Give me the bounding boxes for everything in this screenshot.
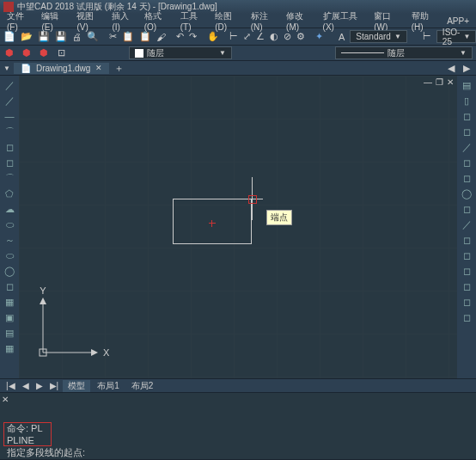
- menu-window[interactable]: 窗口(W): [370, 10, 406, 32]
- tool-r15-icon[interactable]: ◻: [461, 311, 473, 323]
- menu-tools[interactable]: 工具(T): [177, 10, 210, 32]
- menu-insert[interactable]: 插入(I): [108, 10, 138, 32]
- xline-icon[interactable]: ／: [3, 95, 15, 107]
- menu-ext[interactable]: 扩展工具(X): [320, 10, 369, 32]
- menu-app[interactable]: APP+: [443, 16, 473, 26]
- tab-nav-left-icon[interactable]: ◀: [445, 62, 457, 74]
- copy2-icon[interactable]: ▯: [461, 95, 473, 107]
- tool16-icon[interactable]: ▤: [3, 327, 15, 339]
- linetype-select[interactable]: 随层▼: [335, 46, 473, 59]
- document-tabs: ▼ 📄 Drawing1.dwg ✕ ＋ ◀ ▶: [0, 60, 476, 76]
- ellipse-icon[interactable]: ⬭: [3, 218, 15, 230]
- doc-icon: 📄: [21, 64, 31, 73]
- copy-icon[interactable]: 📋: [122, 31, 134, 43]
- dimrad-icon[interactable]: ◐: [270, 31, 278, 43]
- menu-modify[interactable]: 修改(M): [283, 10, 318, 32]
- offset-icon[interactable]: ◻: [461, 126, 473, 138]
- tab-layout1[interactable]: 布局1: [92, 380, 125, 392]
- menu-file[interactable]: 文件(F): [3, 10, 36, 32]
- array-icon[interactable]: ／: [461, 141, 473, 153]
- block-icon[interactable]: ◻: [3, 280, 15, 292]
- layer-lock-icon[interactable]: ⊡: [55, 47, 67, 59]
- saveall-icon[interactable]: 💾: [55, 31, 67, 43]
- menu-dimension[interactable]: 标注(N): [247, 10, 281, 32]
- minimize-icon[interactable]: —: [424, 77, 432, 87]
- circle-icon[interactable]: ◯: [3, 265, 15, 277]
- arc-icon[interactable]: ⌒: [3, 126, 15, 138]
- dimal-icon[interactable]: ⤢: [243, 31, 251, 43]
- move-icon[interactable]: ▤: [461, 79, 473, 91]
- hatch-icon[interactable]: ▦: [3, 296, 15, 308]
- layer-mgr-icon[interactable]: ⬢: [3, 47, 15, 59]
- drawing-canvas[interactable]: — ❐ ✕ 端点 Y X: [19, 76, 457, 378]
- text-style-select[interactable]: Standard▼: [350, 30, 407, 43]
- menu-help[interactable]: 帮助(H): [408, 10, 442, 32]
- layer-state-icon[interactable]: ⬢: [21, 47, 33, 59]
- tool17-icon[interactable]: ▦: [3, 342, 15, 354]
- add-tab-icon[interactable]: ＋: [113, 62, 125, 74]
- cut-icon[interactable]: ✂: [109, 31, 117, 43]
- menu-format[interactable]: 格式(O): [141, 10, 175, 32]
- dim-style-select[interactable]: ISO-25▼: [436, 30, 476, 43]
- save-icon[interactable]: 💾: [38, 31, 50, 43]
- extend-icon[interactable]: ／: [461, 218, 473, 230]
- region-icon[interactable]: ⬠: [3, 187, 15, 199]
- redo-icon[interactable]: ↷: [189, 31, 197, 43]
- dimset-icon[interactable]: ⚙: [296, 31, 305, 43]
- close-icon[interactable]: ✕: [95, 64, 102, 72]
- command-window[interactable]: ✕ 命令: PL PLINE 指定多段线的起点:: [0, 392, 476, 459]
- dimlin-icon[interactable]: ⊢: [229, 31, 238, 43]
- tab-dropdown-icon[interactable]: ▼: [3, 64, 10, 72]
- trim-icon[interactable]: ◻: [461, 203, 473, 215]
- menu-draw[interactable]: 绘图(D): [211, 10, 245, 32]
- scale-icon[interactable]: ◻: [461, 172, 473, 184]
- tab-model[interactable]: 模型: [63, 380, 90, 392]
- mirror-icon[interactable]: ◻: [461, 110, 473, 122]
- layer-select[interactable]: 随层▼: [129, 46, 232, 59]
- star-icon[interactable]: ✦: [315, 31, 323, 43]
- break-icon[interactable]: ◻: [461, 234, 473, 246]
- tab-next-icon[interactable]: ▶: [34, 381, 46, 390]
- dimstyle-icon[interactable]: ⊢: [423, 31, 431, 43]
- open-icon[interactable]: 📂: [21, 31, 33, 43]
- pan-icon[interactable]: ✋: [207, 31, 219, 43]
- close-vp-icon[interactable]: ✕: [447, 77, 454, 87]
- rect-icon[interactable]: ◻: [3, 141, 15, 153]
- tab-nav-right-icon[interactable]: ▶: [461, 62, 473, 74]
- polygon-icon[interactable]: ◻: [3, 156, 15, 169]
- line-icon[interactable]: ／: [3, 79, 15, 91]
- rotate-icon[interactable]: ◻: [461, 156, 473, 169]
- document-tab[interactable]: 📄 Drawing1.dwg ✕: [14, 63, 109, 74]
- match-icon[interactable]: 🖌: [156, 31, 166, 43]
- cmd-close-icon[interactable]: ✕: [2, 395, 9, 404]
- tab-layout2[interactable]: 布局2: [126, 380, 159, 392]
- join-icon[interactable]: ◻: [461, 249, 473, 261]
- ellipse2-icon[interactable]: ⬭: [3, 249, 15, 261]
- arc2-icon[interactable]: ⌒: [3, 172, 15, 184]
- print-icon[interactable]: 🖨: [72, 31, 82, 43]
- find-icon[interactable]: 🔍: [87, 31, 99, 43]
- tab-prev-icon[interactable]: ◀: [20, 381, 32, 390]
- fillet-icon[interactable]: ◻: [461, 280, 473, 292]
- undo-icon[interactable]: ↶: [176, 31, 184, 43]
- textstyle-icon[interactable]: A: [339, 31, 345, 43]
- tab-last-icon[interactable]: ▶|: [47, 381, 62, 390]
- table-icon[interactable]: ▣: [3, 311, 15, 323]
- stretch-icon[interactable]: ◯: [461, 187, 473, 199]
- menu-view[interactable]: 视图(V): [73, 10, 107, 32]
- restore-icon[interactable]: ❐: [436, 77, 443, 87]
- revcloud-icon[interactable]: ☁: [3, 203, 15, 215]
- layer-freeze-icon[interactable]: ⬢: [38, 47, 50, 59]
- tab-first-icon[interactable]: |◀: [3, 381, 18, 390]
- menu-edit[interactable]: 编辑(E): [38, 10, 71, 32]
- explode-icon[interactable]: ◻: [461, 296, 473, 308]
- spline-icon[interactable]: ～: [3, 234, 15, 246]
- chamfer-icon[interactable]: ◻: [461, 265, 473, 277]
- dimdia-icon[interactable]: ⊘: [284, 31, 291, 43]
- dimang-icon[interactable]: ∠: [256, 31, 265, 43]
- paste-icon[interactable]: 📋: [139, 31, 151, 43]
- pline-icon[interactable]: —: [3, 110, 15, 122]
- viewport-controls: — ❐ ✕: [424, 77, 454, 87]
- layout-tabs: |◀ ◀ ▶ ▶| 模型 布局1 布局2: [0, 378, 476, 392]
- new-icon[interactable]: 📄: [3, 31, 15, 43]
